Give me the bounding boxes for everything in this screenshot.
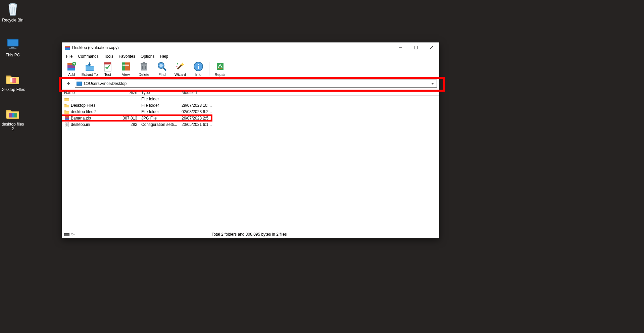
minimize-button[interactable]: [393, 43, 408, 53]
desktop-icon-label: Recycle Bin: [2, 18, 23, 22]
window-title: Desktop (evaluation copy): [72, 45, 119, 50]
path-dropdown-button[interactable]: [430, 80, 435, 87]
file-row[interactable]: .. File folder: [62, 96, 439, 102]
drive-icon: [64, 232, 69, 236]
desktop-icon-desktop-files[interactable]: Desktop FIles: [0, 72, 26, 92]
toolbar-info-button[interactable]: Info: [190, 60, 207, 77]
folder-icon: [64, 96, 69, 102]
column-header-size[interactable]: Size: [116, 90, 139, 95]
delete-icon: [139, 61, 149, 72]
svg-point-51: [71, 233, 73, 235]
ini-file-icon: [64, 122, 69, 127]
svg-rect-4: [9, 48, 16, 49]
find-icon: [157, 61, 167, 72]
file-size: 282: [116, 122, 139, 127]
info-icon: [193, 61, 204, 72]
desktop-icon-label: desktop files 2: [0, 122, 26, 131]
toolbar-label: Wizard: [175, 73, 186, 77]
status-text: Total 2 folders and 308,095 bytes in 2 f…: [75, 232, 424, 237]
toolbar-label: View: [122, 73, 130, 77]
toolbar-label: Find: [158, 73, 165, 77]
menu-tools[interactable]: Tools: [101, 53, 116, 59]
toolbar-label: Extract To: [82, 73, 98, 77]
file-modified: 29/07/2023 10:...: [180, 103, 223, 108]
path-input[interactable]: [84, 81, 428, 86]
toolbar: Add Extract To Test: [62, 60, 439, 78]
file-row[interactable]: Desktop FIles File folder 29/07/2023 10:…: [62, 102, 439, 108]
svg-rect-7: [9, 113, 12, 117]
extract-icon: [84, 61, 95, 72]
svg-rect-45: [65, 119, 69, 120]
menu-commands[interactable]: Commands: [75, 53, 101, 59]
status-icons: [64, 232, 75, 236]
file-list[interactable]: .. File folder Desktop FIles File folder…: [62, 96, 439, 230]
toolbar-test-button[interactable]: Test: [99, 60, 116, 77]
up-arrow-icon: [66, 81, 71, 86]
add-archive-icon: [66, 61, 77, 72]
test-icon: [102, 61, 113, 72]
svg-point-37: [198, 64, 199, 65]
folder-icon: [64, 103, 69, 108]
svg-rect-3: [11, 47, 14, 48]
file-size: 307,813: [116, 116, 139, 121]
file-type: File folder: [139, 97, 180, 101]
svg-rect-2: [8, 40, 18, 46]
toolbar-extract-button[interactable]: Extract To: [81, 60, 98, 77]
desktop-icon-this-pc[interactable]: This PC: [0, 37, 26, 57]
svg-rect-42: [77, 82, 82, 85]
drive-icon: [77, 82, 82, 86]
menu-favorites[interactable]: Favorites: [116, 53, 138, 59]
svg-rect-25: [122, 64, 129, 64]
toolbar-find-button[interactable]: Find: [153, 60, 171, 77]
svg-rect-28: [141, 63, 147, 64]
view-icon: [120, 61, 131, 72]
toolbar-repair-button[interactable]: Repair: [211, 60, 229, 77]
file-name: desktop.ini: [71, 122, 90, 127]
file-row[interactable]: desktop.ini 282 Configuration setti... 2…: [62, 121, 439, 128]
desktop-icon-label: This PC: [6, 53, 20, 57]
chevron-down-icon: [431, 83, 434, 85]
menu-options[interactable]: Options: [138, 53, 157, 59]
svg-rect-22: [104, 62, 111, 64]
file-row[interactable]: desktop files 2 File folder 02/08/2023 6…: [62, 108, 439, 115]
column-header-name[interactable]: Name: [62, 90, 116, 95]
app-icon: [65, 45, 70, 50]
folder-icon: [5, 106, 20, 121]
toolbar-label: Test: [104, 73, 111, 77]
desktop-icon-recycle-bin[interactable]: Recycle Bin: [0, 2, 26, 22]
titlebar[interactable]: Desktop (evaluation copy): [62, 43, 439, 53]
file-modified: 26/07/2023 2:5...: [180, 116, 223, 121]
up-one-level-button[interactable]: [64, 80, 73, 88]
column-header-modified[interactable]: Modified: [180, 90, 223, 95]
folder-icon: [5, 72, 20, 86]
recycle-bin-icon: [5, 2, 20, 17]
toolbar-view-button[interactable]: View: [117, 60, 135, 77]
maximize-button[interactable]: [408, 43, 424, 53]
close-button[interactable]: [424, 43, 439, 53]
desktop-icon-label: Desktop FIles: [0, 87, 25, 92]
svg-point-35: [177, 66, 178, 67]
svg-rect-40: [218, 68, 222, 69]
address-bar: [64, 79, 437, 88]
column-header-type[interactable]: Type: [139, 90, 180, 95]
menu-help[interactable]: Help: [157, 53, 171, 59]
file-row-highlighted[interactable]: Banana.zip 307,813 JPG File 26/07/2023 2…: [62, 115, 439, 121]
toolbar-wizard-button[interactable]: Wizard: [171, 60, 189, 77]
desktop-icon-desktop-files-2[interactable]: desktop files 2: [0, 106, 26, 131]
menubar: File Commands Tools Favorites Options He…: [62, 53, 439, 60]
file-modified: 02/08/2023 6:2...: [180, 109, 223, 114]
path-combobox[interactable]: [75, 80, 437, 88]
toolbar-add-button[interactable]: Add: [63, 60, 80, 77]
toolbar-label: Repair: [215, 73, 226, 77]
file-type: Configuration setti...: [139, 122, 180, 127]
toolbar-delete-button[interactable]: Delete: [135, 60, 153, 77]
folder-icon: [64, 109, 69, 114]
svg-rect-44: [65, 116, 69, 117]
svg-rect-24: [125, 62, 130, 70]
svg-rect-38: [198, 66, 199, 69]
toolbar-separator: [209, 62, 209, 76]
menu-file[interactable]: File: [63, 53, 75, 59]
file-modified: 23/05/2021 6:1...: [180, 122, 223, 127]
file-name: ..: [71, 97, 73, 101]
file-type: File folder: [139, 103, 180, 108]
